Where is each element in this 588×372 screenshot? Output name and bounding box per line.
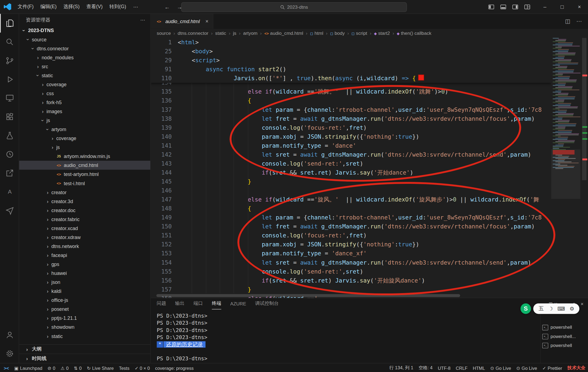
ime-item[interactable]: ⚙ <box>569 306 574 312</box>
tree-item-coverage[interactable]: ›coverage <box>19 134 150 143</box>
toggle-sidebar-icon[interactable] <box>486 2 497 12</box>
tab-audio-cmd-html[interactable]: <> audio_cmd.html × <box>151 14 213 29</box>
tree-item-creator.xcad[interactable]: ›creator.xcad <box>19 224 150 232</box>
minimap[interactable] <box>551 38 580 298</box>
statusbar-encoding[interactable]: UTF-8 <box>435 363 453 372</box>
tree-item-fork-h5[interactable]: ›fork-h5 <box>19 98 150 107</box>
panel-tab-AZURE[interactable]: AZURE <box>230 298 246 309</box>
breadcrumb-item[interactable]: ◻ body <box>330 31 345 36</box>
tree-item-src[interactable]: ›src <box>19 62 150 71</box>
panel-tab-问题[interactable]: 问题 <box>157 298 166 309</box>
breadcrumb-item[interactable]: ◻ html <box>310 31 323 36</box>
nav-back-button[interactable]: ← <box>164 4 170 10</box>
tree-item-kaldi[interactable]: ›kaldi <box>19 287 150 296</box>
ime-item[interactable]: 五 <box>538 305 544 312</box>
tree-item-source[interactable]: ›source <box>19 35 150 44</box>
statusbar-indentation[interactable]: 空格: 4 <box>416 363 435 372</box>
menu-item[interactable]: 选择(S) <box>60 0 83 14</box>
statusbar-ports[interactable]: ⇅0 <box>71 363 84 372</box>
account-icon[interactable] <box>0 326 19 344</box>
tree-item-artyom[interactable]: ›artyom <box>19 125 150 134</box>
horizontal-scrollbar[interactable] <box>156 294 460 297</box>
history-icon[interactable] <box>0 145 19 164</box>
menu-item[interactable]: 转到(G) <box>106 0 129 14</box>
tree-item-images[interactable]: ›images <box>19 107 150 116</box>
tree-item-office-js[interactable]: ›office-js <box>19 296 150 305</box>
tree-item-js[interactable]: ›js <box>19 143 150 152</box>
panel-tab-终端[interactable]: 终端 <box>212 298 221 309</box>
command-center-search[interactable]: 2023-dtns <box>181 2 407 12</box>
statusbar-test-results[interactable]: ✓ 0 × 0 <box>132 363 152 372</box>
tree-item-test-i.html[interactable]: <>test-i.html <box>19 179 150 188</box>
tree-item-gps[interactable]: ›gps <box>19 260 150 269</box>
tab-close-icon[interactable]: × <box>206 18 209 24</box>
statusbar-language-mode[interactable]: HTML <box>470 363 488 372</box>
tree-item-creator.3d[interactable]: ›creator.3d <box>19 197 150 206</box>
extensions-icon[interactable] <box>0 107 19 126</box>
tree-item-artyom.window.min.js[interactable]: JSartyom.window.min.js <box>19 152 150 161</box>
ime-logo-icon[interactable]: S <box>520 303 531 314</box>
code-editor[interactable]: 134135else if(wildcard =='跳舞。' || wildca… <box>151 38 588 298</box>
panel-tab-端口[interactable]: 端口 <box>194 298 203 309</box>
tree-item-test-artyom.html[interactable]: <>test-artyom.html <box>19 170 150 179</box>
workspace-section-header[interactable]: › 2023-DTNS <box>19 26 150 35</box>
outline-section[interactable]: › 大纲 <box>19 344 150 354</box>
breadcrumb-item[interactable]: ◻ script <box>351 31 367 36</box>
timeline-section[interactable]: › 时间线 <box>19 354 150 363</box>
breadcrumb-item[interactable]: <> audio_cmd.html <box>264 31 303 36</box>
vertical-scrollbar[interactable] <box>580 38 588 298</box>
breadcrumb-item[interactable]: static <box>215 31 226 36</box>
tree-item-pptjs-1.21.1[interactable]: ›pptjs-1.21.1 <box>19 314 150 323</box>
tree-item-creator.xdraw[interactable]: ›creator.xdraw <box>19 232 150 241</box>
ime-item[interactable]: ☽ <box>548 306 553 312</box>
breadcrumb-item[interactable]: dtns.connector <box>178 31 209 36</box>
panel-close-icon[interactable]: × <box>581 301 583 307</box>
terminal-suggestion[interactable]: *还原的历史记录 <box>157 341 540 348</box>
terminal-instance[interactable]: >_powershell <box>541 323 588 332</box>
statusbar-problems[interactable]: ⊘0 <box>45 363 58 372</box>
window-maximize-button[interactable]: □ <box>553 0 571 14</box>
translate-icon[interactable]: A <box>0 182 19 201</box>
statusbar-tests[interactable]: Tests <box>116 363 132 372</box>
statusbar-go-live[interactable]: ⊙Go Live <box>488 363 514 372</box>
tree-item-huawei[interactable]: ›huawei <box>19 269 150 278</box>
statusbar-go-live-2[interactable]: ⊙Go Live <box>514 363 540 372</box>
tree-item-coverage[interactable]: ›coverage <box>19 80 150 89</box>
tree-item-dtns.network[interactable]: ›dtns.network <box>19 242 150 251</box>
customize-layout-icon[interactable] <box>522 2 533 12</box>
breadcrumb-item[interactable]: artyom <box>243 31 258 36</box>
send-icon[interactable] <box>0 201 19 220</box>
terminal-instance[interactable]: >_powershell... <box>541 332 588 341</box>
panel-tab-输出[interactable]: 输出 <box>175 298 184 309</box>
statusbar-remote-indicator[interactable]: >< <box>0 363 12 372</box>
tree-item-css[interactable]: ›css <box>19 89 150 98</box>
share-icon[interactable] <box>0 164 19 182</box>
tree-item-node_modules[interactable]: ›node_modules <box>19 53 150 62</box>
explorer-icon[interactable] <box>0 14 19 33</box>
terminal-instance[interactable]: >_powershell <box>541 341 588 350</box>
breadcrumb-item[interactable]: ◆ start2 <box>374 31 390 36</box>
tree-item-static[interactable]: ›static <box>19 71 150 80</box>
editor-more-icon[interactable]: ⋯ <box>576 18 582 25</box>
breadcrumb-item[interactable]: ◆ then() callback <box>397 31 431 36</box>
menubar-more-button[interactable]: ⋯ <box>130 4 142 10</box>
search-icon[interactable] <box>0 33 19 51</box>
window-close-button[interactable]: × <box>571 0 588 14</box>
statusbar-launchpad[interactable]: ▣Launchpad <box>12 363 45 372</box>
tree-item-creator.doc[interactable]: ›creator.doc <box>19 206 150 215</box>
tree-item-faceapi[interactable]: ›faceapi <box>19 251 150 260</box>
breadcrumb-item[interactable]: source <box>157 31 171 36</box>
panel-tab-调试控制台[interactable]: 调试控制台 <box>255 298 278 309</box>
statusbar-prettier[interactable]: ✓Prettier <box>540 363 565 372</box>
tree-item-audio_cmd.html[interactable]: <>audio_cmd.html <box>19 161 150 170</box>
terminal[interactable]: PS D:\2023-dtns>PS D:\2023-dtns>PS D:\20… <box>151 309 540 363</box>
remote-explorer-icon[interactable] <box>0 89 19 107</box>
settings-icon[interactable] <box>0 344 19 363</box>
ime-item[interactable]: ⌨ <box>558 306 565 312</box>
breadcrumb-item[interactable]: js <box>233 31 236 36</box>
menu-item[interactable]: 查看(V) <box>83 0 106 14</box>
statusbar-warnings[interactable]: ⚠0 <box>58 363 71 372</box>
toggle-panel-icon[interactable] <box>498 2 509 12</box>
tree-item-posenet[interactable]: ›posenet <box>19 305 150 314</box>
statusbar-live-share[interactable]: ↻Live Share <box>84 363 117 372</box>
